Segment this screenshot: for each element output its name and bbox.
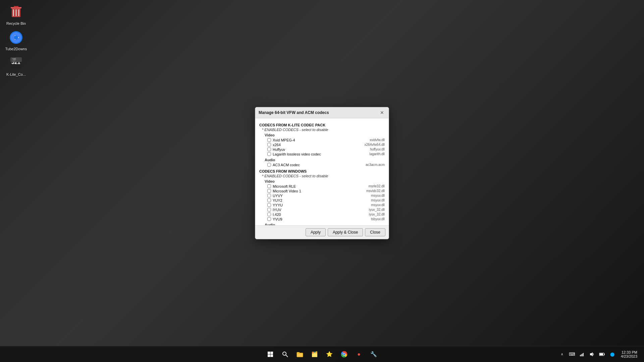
svg-point-18: [283, 352, 286, 355]
svg-rect-26: [581, 354, 582, 356]
apply-close-button[interactable]: Apply & Close: [328, 228, 363, 236]
codec-x264: x264 x264vfw64.dll: [259, 142, 385, 147]
codec-manager-dialog: Manage 64-bit VFW and ACM codecs ✕ CODEC…: [255, 107, 389, 239]
file-explorer-button[interactable]: [293, 348, 307, 361]
msvideo1-name: Microsoft Video 1: [273, 189, 301, 193]
taskbar-app5[interactable]: ⭐: [323, 348, 336, 361]
clock-time: 12:33 PM: [621, 350, 637, 354]
msrle-checkbox[interactable]: [267, 184, 271, 188]
codec-iyuv: IYUV iyuv_32.dll: [259, 207, 385, 212]
msrle-name: Microsoft RLE: [273, 184, 296, 188]
yyyu-name: YYYU: [273, 203, 283, 207]
svg-rect-25: [580, 355, 581, 356]
svg-line-19: [286, 355, 288, 357]
taskbar-clock[interactable]: 12:33 PM 4/23/2023: [618, 349, 640, 360]
windows-section-header: CODECS FROM WINDOWS: [259, 169, 385, 173]
xvid-dll: xvidvfw.dll: [370, 138, 385, 142]
taskbar: 🗂️ ⭐ ● 🔧 ∧: [0, 346, 644, 362]
svg-rect-32: [604, 354, 605, 355]
tray-chevron[interactable]: ∧: [557, 350, 567, 359]
system-tray: ∧ ⌨: [557, 350, 617, 359]
tray-keyboard[interactable]: ⌨: [567, 350, 577, 359]
taskbar-right: ∧ ⌨: [557, 349, 640, 360]
tray-notification[interactable]: ⬤: [607, 350, 617, 359]
svg-rect-28: [583, 353, 584, 356]
yvu9-name: YVU9: [273, 217, 282, 221]
taskbar-app4[interactable]: 🗂️: [308, 348, 321, 361]
taskbar-center: 🗂️ ⭐ ● 🔧: [264, 348, 380, 361]
codec-ac3: AC3 ACM codec ac3acm.acm: [259, 163, 385, 167]
klite-sub-header: * ENABLED CODECS - select to disable: [259, 128, 385, 132]
codec-msrle: Microsoft RLE msrle32.dll: [259, 184, 385, 189]
ac3-checkbox[interactable]: [267, 163, 271, 167]
windows-audio-label: Audio: [265, 223, 385, 226]
yvu9-dll: tsbyuv.dll: [371, 217, 385, 221]
svg-rect-15: [271, 352, 273, 354]
tray-battery[interactable]: [597, 350, 607, 359]
dialog-title: Manage 64-bit VFW and ACM codecs: [259, 110, 329, 115]
dialog-body: CODECS FROM K-LITE CODEC PACK * ENABLED …: [255, 118, 389, 226]
tray-volume[interactable]: [587, 350, 597, 359]
svg-marker-29: [590, 352, 593, 356]
windows-sub-header: * ENABLED CODECS - select to disable: [259, 174, 385, 178]
close-button[interactable]: Close: [365, 228, 385, 236]
clock-date: 4/23/2023: [621, 354, 637, 358]
i420-dll: iyuv_32.dll: [369, 213, 385, 216]
msrle-dll: msrle32.dll: [369, 184, 385, 188]
yyyu-checkbox[interactable]: [267, 203, 271, 207]
apply-button[interactable]: Apply: [306, 228, 326, 236]
svg-rect-27: [582, 354, 583, 356]
msvideo1-dll: msvidc32.dll: [366, 189, 385, 193]
xvid-name: Xvid MPEG-4: [273, 138, 295, 142]
iyuv-dll: iyuv_32.dll: [369, 208, 385, 212]
svg-point-24: [343, 353, 345, 355]
windows-video-label: Video: [265, 179, 385, 183]
msvideo1-checkbox[interactable]: [267, 189, 271, 193]
codec-msvideo1: Microsoft Video 1 msvidc32.dll: [259, 189, 385, 193]
iyuv-checkbox[interactable]: [267, 208, 271, 212]
x264-checkbox[interactable]: [267, 143, 271, 146]
klite-section: CODECS FROM K-LITE CODEC PACK * ENABLED …: [259, 123, 385, 167]
yuy2-dll: msyuv.dll: [371, 198, 385, 202]
yuy2-checkbox[interactable]: [267, 198, 271, 202]
svg-rect-31: [600, 353, 603, 355]
svg-rect-21: [297, 352, 300, 354]
codec-yyyu: YYYU msyuv.dll: [259, 203, 385, 207]
uyvy-name: UYVY: [273, 194, 283, 198]
windows-section: CODECS FROM WINDOWS * ENABLED CODECS - s…: [259, 169, 385, 226]
search-button[interactable]: [278, 348, 292, 361]
lagarith-checkbox[interactable]: [267, 152, 271, 156]
codec-yuy2: YUY2 msyuv.dll: [259, 198, 385, 203]
lagarith-name: Lagarith lossless video codec: [273, 152, 321, 156]
chrome-button[interactable]: [337, 348, 351, 361]
taskbar-app8[interactable]: 🔧: [367, 348, 380, 361]
taskbar-app7[interactable]: ●: [352, 348, 366, 361]
yvu9-checkbox[interactable]: [267, 217, 271, 221]
svg-rect-17: [271, 354, 273, 357]
huffyuv-checkbox[interactable]: [267, 147, 271, 151]
yyyu-dll: msyuv.dll: [371, 203, 385, 207]
i420-checkbox[interactable]: [267, 213, 271, 216]
ac3-dll: ac3acm.acm: [366, 163, 385, 167]
x264-name: x264: [273, 143, 281, 147]
klite-video-label: Video: [265, 133, 385, 137]
svg-rect-16: [268, 354, 270, 357]
lagarith-dll: lagarith.dll: [369, 152, 385, 156]
codec-xvid: Xvid MPEG-4 xvidvfw.dll: [259, 138, 385, 142]
uyvy-checkbox[interactable]: [267, 194, 271, 197]
desktop: Recycle Bin Tube2Downs 321 🎬 K-Lite_Co..…: [0, 0, 644, 362]
iyuv-name: IYUV: [273, 208, 281, 212]
svg-rect-14: [268, 352, 270, 354]
klite-section-header: CODECS FROM K-LITE CODEC PACK: [259, 123, 385, 127]
dialog-titlebar[interactable]: Manage 64-bit VFW and ACM codecs ✕: [255, 107, 389, 118]
dialog-close-button[interactable]: ✕: [379, 109, 385, 116]
tray-network[interactable]: [577, 350, 587, 359]
codec-yvu9: YVU9 tsbyuv.dll: [259, 217, 385, 222]
codec-lagarith: Lagarith lossless video codec lagarith.d…: [259, 152, 385, 157]
codec-huffyuv: Huffyuv huffyuv.dll: [259, 147, 385, 152]
start-button[interactable]: [264, 348, 277, 361]
i420-name: I.420: [273, 213, 281, 217]
dialog-footer: Apply Apply & Close Close: [255, 226, 389, 239]
xvid-checkbox[interactable]: [267, 138, 271, 142]
klite-audio-label: Audio: [265, 158, 385, 162]
